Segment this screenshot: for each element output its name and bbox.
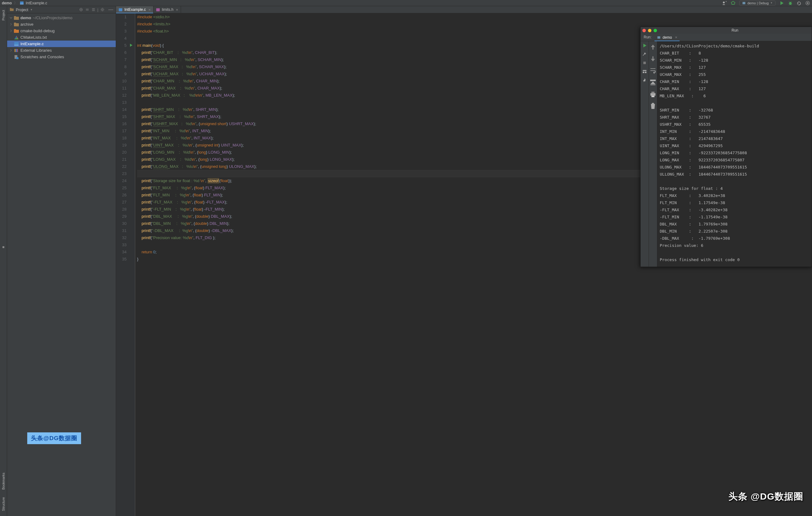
tree-node-intexample[interactable]: IntExample.c — [7, 40, 116, 47]
run-icon[interactable] — [779, 1, 784, 6]
users-icon[interactable] — [722, 1, 727, 6]
collapse-all-icon[interactable] — [91, 7, 96, 12]
svg-rect-14 — [14, 23, 19, 26]
breadcrumb[interactable]: demo 〉 IntExample.c — [2, 0, 47, 6]
tool-tab-project[interactable]: Project — [1, 8, 6, 22]
down-icon[interactable] — [649, 55, 657, 63]
project-panel-header: < peak> Project ▼ | — — [7, 6, 116, 13]
run-toolbar-left — [641, 41, 649, 267]
traffic-close-icon[interactable] — [642, 29, 646, 32]
tool-window-strip-left: Project Bookmarks Structure — [0, 6, 7, 516]
tab-label: IntExample.c — [124, 7, 146, 12]
svg-rect-1 — [20, 3, 24, 4]
close-icon[interactable]: × — [148, 7, 151, 12]
folder-generated-icon — [14, 29, 19, 33]
editor-tab-limits[interactable]: limits.h × — [153, 6, 181, 13]
svg-rect-6 — [807, 2, 809, 4]
tree-label: CMakeLists.txt — [21, 35, 47, 39]
debug-icon[interactable] — [788, 1, 793, 6]
tree-node-demo[interactable]: demo ~/CLionProjects/demo — [7, 15, 116, 21]
project-tree[interactable]: demo ~/CLionProjects/demo archive cmake-… — [7, 13, 116, 61]
rerun-icon[interactable] — [642, 43, 647, 48]
traffic-lights[interactable] — [642, 29, 657, 32]
svg-rect-28 — [643, 62, 646, 64]
close-icon[interactable]: × — [675, 35, 677, 39]
stop-icon[interactable] — [642, 60, 647, 65]
c-file-icon — [118, 8, 122, 12]
run-config-label: demo | Debug — [747, 1, 769, 5]
print-icon[interactable] — [649, 90, 657, 98]
layout-icon[interactable] — [642, 69, 647, 74]
editor-tab-intexample[interactable]: IntExample.c × — [116, 6, 153, 13]
svg-rect-7 — [10, 9, 13, 11]
soft-wrap-icon[interactable] — [649, 66, 657, 75]
tool-tab-bookmarks[interactable]: Bookmarks — [1, 471, 6, 491]
close-icon[interactable]: × — [176, 7, 178, 12]
pin-icon[interactable] — [642, 78, 647, 83]
build-icon[interactable] — [731, 1, 735, 6]
svg-rect-29 — [643, 70, 646, 71]
library-icon — [14, 48, 19, 53]
run-window-titlebar[interactable]: Run — [641, 27, 812, 34]
tree-label: IntExample.c — [21, 42, 44, 46]
svg-rect-31 — [645, 72, 646, 73]
expand-all-icon[interactable] — [85, 7, 89, 12]
chevron-down-icon — [9, 17, 12, 19]
scroll-to-end-icon[interactable] — [649, 78, 657, 86]
select-opened-file-icon[interactable] — [79, 7, 83, 12]
tool-tab-structure[interactable]: Structure — [1, 495, 6, 513]
run-config-tab[interactable]: demo × — [655, 34, 679, 41]
tree-label: demo — [21, 16, 31, 20]
svg-rect-15 — [14, 23, 16, 24]
target-icon — [657, 36, 661, 39]
left-dot-icon — [2, 246, 4, 248]
editor-tab-bar: IntExample.c × limits.h × — [116, 6, 812, 13]
breadcrumb-root[interactable]: demo — [2, 1, 12, 5]
stop-icon[interactable] — [805, 1, 810, 6]
run-console-output[interactable]: /Users/dts/CLionProjects/demo/cmake-buil… — [657, 41, 812, 267]
tree-label: cmake-build-debug — [21, 28, 55, 33]
chevron-right-icon — [9, 49, 12, 52]
scratches-icon — [14, 55, 19, 59]
breadcrumb-file[interactable]: IntExample.c — [26, 1, 47, 5]
chevron-down-icon[interactable]: ▼ — [30, 8, 32, 11]
run-tool-window[interactable]: Run Run: demo × /Users/dts/CLionProjects… — [640, 27, 812, 267]
svg-rect-22 — [17, 49, 18, 52]
nav-bar: demo 〉 IntExample.c demo | Debug ▼ — [0, 0, 812, 6]
tree-node-scratches[interactable]: Scratches and Consoles — [7, 54, 116, 60]
tree-node-cmake-build-debug[interactable]: cmake-build-debug — [7, 28, 116, 34]
folder-icon — [14, 16, 19, 20]
wrench-icon[interactable] — [642, 52, 647, 57]
svg-rect-19 — [14, 45, 19, 46]
svg-rect-16 — [14, 30, 19, 33]
svg-rect-32 — [652, 47, 653, 50]
traffic-min-icon[interactable] — [648, 29, 651, 32]
clear-icon[interactable] — [649, 102, 657, 110]
svg-rect-35 — [651, 92, 655, 93]
run-toolbar-right — [649, 41, 657, 267]
run-tab-bar-label: Run: — [641, 34, 655, 41]
cmake-icon — [14, 35, 19, 39]
up-icon[interactable] — [649, 43, 657, 51]
gear-icon[interactable] — [100, 7, 105, 12]
traffic-max-icon[interactable] — [654, 29, 657, 32]
header-file-icon — [156, 8, 160, 12]
tree-node-cmakelists[interactable]: CMakeLists.txt — [7, 34, 116, 40]
c-file-icon — [20, 1, 24, 5]
run-coverage-icon[interactable] — [796, 1, 802, 6]
svg-rect-26 — [156, 8, 160, 11]
svg-point-11 — [102, 9, 103, 10]
svg-rect-33 — [652, 56, 653, 59]
line-number-gutter[interactable]: 1234567891011121314151617181920212223242… — [116, 13, 129, 516]
svg-rect-36 — [651, 96, 655, 97]
marker-gutter[interactable] — [129, 13, 135, 516]
svg-rect-30 — [643, 72, 644, 73]
svg-point-4 — [789, 2, 791, 5]
hide-panel-icon[interactable]: — — [108, 7, 113, 12]
tree-label: archive — [21, 22, 33, 27]
tree-node-archive[interactable]: archive — [7, 21, 116, 28]
c-file-icon — [14, 42, 19, 46]
svg-rect-25 — [119, 8, 122, 11]
tree-node-external-libraries[interactable]: External Libraries — [7, 47, 116, 54]
run-config-selector[interactable]: demo | Debug ▼ — [739, 1, 776, 6]
